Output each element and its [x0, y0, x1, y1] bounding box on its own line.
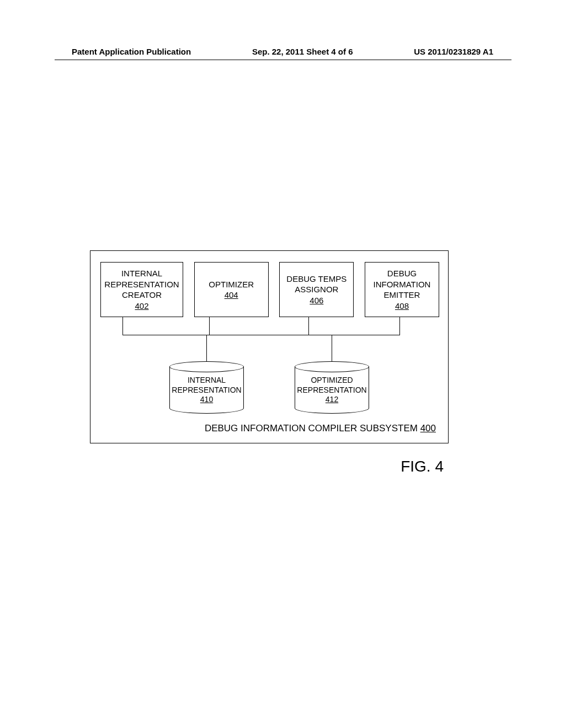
header-rule	[55, 60, 511, 60]
box-debug-temps-assignor: DEBUG TEMPS ASSIGNOR 406	[279, 262, 354, 317]
box-ref: 404	[225, 290, 238, 301]
box-ref: 402	[135, 301, 148, 312]
caption-ref: 400	[420, 423, 436, 433]
connector	[308, 317, 309, 335]
cyl-ref: 410	[200, 395, 213, 404]
header-date-sheet: Sep. 22, 2011 Sheet 4 of 6	[252, 47, 353, 56]
connector	[399, 317, 400, 335]
cylinder-label: INTERNAL REPRESENTATION 410	[169, 376, 244, 405]
connector	[209, 317, 210, 335]
diagram: INTERNAL REPRESENTATION CREATOR 402 OPTI…	[90, 237, 449, 444]
cylinder-internal-representation: INTERNAL REPRESENTATION 410	[169, 361, 244, 414]
connector	[122, 317, 123, 335]
box-line: CREATOR	[122, 290, 162, 301]
cyl-line: REPRESENTATION	[172, 386, 241, 394]
cylinder-optimized-representation: OPTIMIZED REPRESENTATION 412	[295, 361, 369, 414]
header-pub-number: US 2011/0231829 A1	[414, 47, 493, 56]
cylinder-label: OPTIMIZED REPRESENTATION 412	[295, 376, 369, 405]
box-line: DEBUG	[387, 268, 417, 279]
box-ref: 406	[310, 295, 323, 306]
box-line: DEBUG TEMPS	[286, 274, 347, 285]
caption-text: DEBUG INFORMATION COMPILER SUBSYSTEM	[205, 423, 418, 433]
header-publication: Patent Application Publication	[72, 47, 191, 56]
cylinder-top	[169, 361, 244, 372]
system-box: INTERNAL REPRESENTATION CREATOR 402 OPTI…	[90, 250, 449, 443]
connector	[206, 335, 207, 361]
connector	[332, 335, 332, 361]
box-optimizer: OPTIMIZER 404	[194, 262, 269, 317]
figure-label: FIG. 4	[401, 458, 444, 475]
box-debug-information-emitter: DEBUG INFORMATION EMITTER 408	[365, 262, 439, 317]
component-row: INTERNAL REPRESENTATION CREATOR 402 OPTI…	[100, 262, 439, 317]
box-line: ASSIGNOR	[295, 284, 338, 295]
cylinder-top	[295, 361, 369, 372]
box-internal-representation-creator: INTERNAL REPRESENTATION CREATOR 402	[100, 262, 183, 317]
box-line: EMITTER	[384, 290, 420, 301]
box-line: REPRESENTATION	[104, 279, 179, 290]
system-caption: DEBUG INFORMATION COMPILER SUBSYSTEM 400	[205, 423, 436, 434]
cyl-line: INTERNAL	[188, 376, 226, 384]
page-header: Patent Application Publication Sep. 22, …	[0, 47, 565, 56]
cyl-line: REPRESENTATION	[297, 386, 366, 394]
box-ref: 408	[395, 301, 409, 312]
box-line: INTERNAL	[121, 268, 162, 279]
connector	[122, 335, 400, 335]
box-line: INFORMATION	[374, 279, 431, 290]
cyl-line: OPTIMIZED	[311, 376, 353, 384]
cyl-ref: 412	[326, 395, 338, 404]
box-line: OPTIMIZER	[209, 279, 254, 290]
